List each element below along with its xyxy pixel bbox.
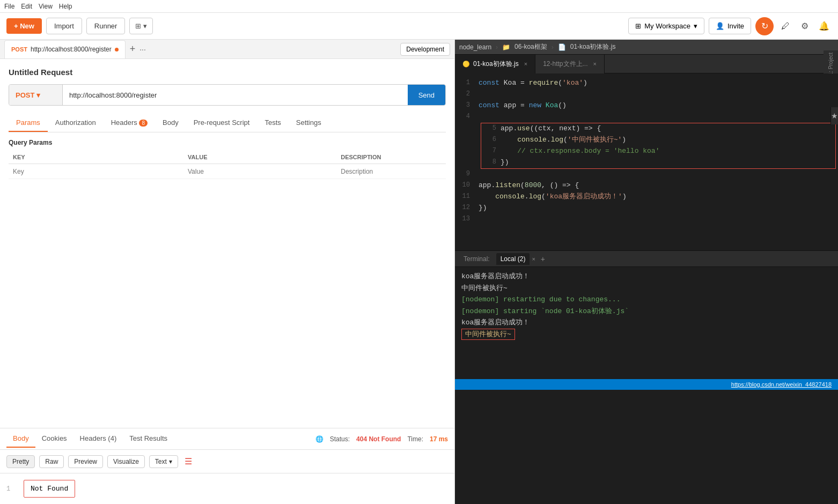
terminal-line-3: [nodemon] restarting due to changes... (461, 294, 832, 305)
terminal-area: Terminal: Local (2) × + koa服务器启动成功！ 中间件被… (455, 250, 838, 379)
request-title: Untitled Request (9, 68, 446, 77)
code-line-6: 6 console.log('中间件被执行~') (481, 135, 835, 146)
resp-tab-headers[interactable]: Headers (4) (73, 430, 123, 448)
layout-button[interactable]: ⊞ ▾ (129, 18, 153, 34)
file-label[interactable]: 01-koa初体验.js (570, 42, 616, 51)
resp-tab-test-results[interactable]: Test Results (123, 430, 174, 448)
key-header: KEY (9, 151, 183, 164)
feather-icon[interactable]: 🖊 (778, 19, 793, 34)
tab-close-inactive[interactable]: × (593, 61, 597, 67)
tab-settings[interactable]: Settings (289, 114, 329, 132)
preview-button[interactable]: Preview (68, 455, 103, 468)
wrap-icon-button[interactable]: ☰ (182, 454, 194, 469)
method-chevron: ▾ (36, 91, 40, 99)
tab-more-button[interactable]: ··· (139, 45, 146, 54)
code-line-13: 13 (455, 214, 838, 225)
invite-label: Invite (727, 22, 744, 30)
globe-icon[interactable]: 🌐 (315, 435, 324, 443)
terminal-tabs: Terminal: Local (2) × + (455, 251, 838, 267)
sync-button[interactable]: ↻ (755, 17, 774, 35)
pretty-button[interactable]: Pretty (6, 455, 35, 468)
settings-icon[interactable]: ⚙ (797, 19, 812, 34)
menu-help[interactable]: Help (59, 3, 72, 10)
headers-badge: 8 (139, 120, 148, 127)
vscode-tab-active[interactable]: 🟡 01-koa初体验.js × (455, 55, 535, 73)
workspace-selector[interactable]: ⊞ My Workspace ▾ (628, 18, 704, 34)
code-line-7: 7 // ctx.response.body = 'hello koa' (481, 146, 835, 157)
terminal-add-button[interactable]: + (538, 254, 548, 264)
vscode-tab-inactive[interactable]: 12-http文件上... × (535, 55, 605, 73)
query-params-label: Query Params (9, 139, 446, 146)
invite-button[interactable]: 👤 Invite (709, 18, 751, 34)
response-area: Body Cookies Headers (4) Test Results 🌐 … (0, 428, 454, 504)
main-area: POST http://localhost:8000/register + ··… (0, 40, 838, 504)
code-line-4: 4 (455, 112, 838, 123)
workspace-chevron: ▾ (694, 22, 697, 30)
line-number-1: 1 (6, 485, 17, 493)
raw-button[interactable]: Raw (39, 455, 64, 468)
url-input[interactable] (63, 85, 408, 105)
code-editor[interactable]: 1 const Koa = require('koa') 2 3 const a… (455, 73, 838, 250)
time-label: Time: (407, 435, 423, 443)
code-line-2: 2 (455, 89, 838, 100)
tab-add-button[interactable]: + (127, 42, 139, 56)
inactive-tab-label: 12-http文件上... (543, 60, 587, 69)
format-selector[interactable]: Text ▾ (149, 455, 178, 468)
description-input[interactable] (341, 168, 442, 175)
folder-icon: 📁 (502, 43, 510, 51)
toolbar: + New Import Runner ⊞ ▾ ⊞ My Workspace ▾… (0, 13, 838, 40)
side-strip: ★ (830, 107, 838, 124)
menu-view[interactable]: View (39, 3, 53, 10)
js-file-icon: 📄 (558, 43, 566, 51)
runner-button[interactable]: Runner (86, 18, 126, 34)
tab-params[interactable]: Params (9, 114, 48, 132)
request-tab[interactable]: POST http://localhost:8000/register (4, 40, 126, 58)
new-button[interactable]: + New (6, 18, 42, 34)
response-body-toolbar: Pretty Raw Preview Visualize Text ▾ ☰ (0, 450, 454, 473)
visualize-button[interactable]: Visualize (107, 455, 145, 468)
terminal-line-2: 中间件被执行~ (461, 283, 832, 294)
terminal-highlight: 中间件被执行~ (461, 329, 515, 340)
code-line-8: 8 }) (481, 157, 835, 168)
menu-file[interactable]: File (4, 3, 14, 10)
key-input[interactable] (13, 168, 179, 175)
tab-headers[interactable]: Headers 8 (104, 114, 155, 132)
terminal-tab-active[interactable]: Local (2) (496, 253, 530, 265)
sync-icon: ↻ (761, 21, 768, 31)
folder-label[interactable]: 06-koa框架 (514, 42, 547, 51)
menu-edit[interactable]: Edit (21, 3, 32, 10)
terminal-tab-close[interactable]: × (532, 256, 535, 262)
workspace-label: My Workspace (644, 22, 690, 30)
tab-authorization[interactable]: Authorization (48, 114, 104, 132)
value-header: VALUE (183, 151, 336, 164)
bell-icon[interactable]: 🔔 (817, 19, 832, 34)
value-input[interactable] (188, 168, 332, 175)
node-learn-label[interactable]: node_learn (459, 43, 491, 51)
tab-pre-request[interactable]: Pre-request Script (186, 114, 258, 132)
workspace-grid-icon: ⊞ (635, 22, 641, 30)
breadcrumb-sep-2: › (552, 43, 554, 51)
user-plus-icon: 👤 (716, 22, 724, 30)
active-tab-label: 01-koa初体验.js (473, 60, 519, 69)
star-icon[interactable]: ★ (831, 112, 838, 120)
code-line-1: 1 const Koa = require('koa') (455, 78, 838, 89)
params-table: KEY VALUE DESCRIPTION (9, 151, 446, 179)
resp-tab-body[interactable]: Body (6, 430, 35, 448)
response-body: 1 Not Found (0, 473, 454, 504)
terminal-body: koa服务器启动成功！ 中间件被执行~ [nodemon] restarting… (455, 267, 838, 379)
tab-tests[interactable]: Tests (257, 114, 288, 132)
method-label: POST (16, 91, 34, 99)
active-file-icon: 🟡 (462, 61, 470, 68)
response-line-1: 1 Not Found (6, 480, 448, 498)
environment-selector[interactable]: Development (400, 43, 450, 56)
send-button[interactable]: Send (408, 85, 445, 105)
tab-body[interactable]: Body (155, 114, 186, 132)
import-button[interactable]: Import (46, 18, 82, 34)
terminal-line-5: koa服务器启动成功！ (461, 317, 832, 328)
status-url[interactable]: https://blog.csdn.net/weixin_44827418 (731, 381, 832, 388)
code-line-11: 11 console.log('koa服务器启动成功！') (455, 191, 838, 203)
method-selector[interactable]: POST ▾ (9, 85, 63, 105)
resp-tab-cookies[interactable]: Cookies (35, 430, 73, 448)
tab-close-active[interactable]: × (524, 61, 527, 67)
response-tabs-bar: Body Cookies Headers (4) Test Results 🌐 … (0, 428, 454, 450)
